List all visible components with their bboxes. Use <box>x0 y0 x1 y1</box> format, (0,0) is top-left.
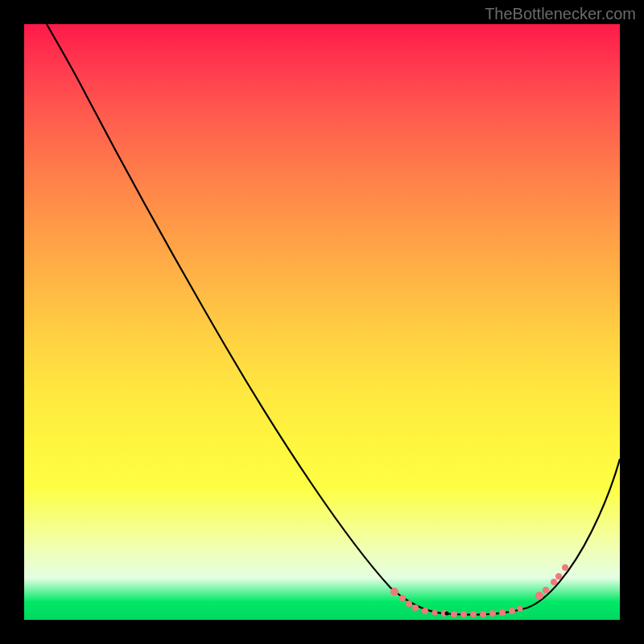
svg-point-18 <box>555 573 562 580</box>
svg-point-12 <box>499 609 506 616</box>
svg-point-10 <box>480 611 486 617</box>
svg-point-8 <box>460 611 467 617</box>
curve-layer <box>24 24 620 620</box>
svg-point-17 <box>551 579 557 585</box>
svg-point-11 <box>489 610 496 617</box>
svg-point-1 <box>399 595 406 601</box>
svg-point-0 <box>390 588 398 596</box>
svg-point-13 <box>509 608 515 614</box>
svg-point-7 <box>451 611 457 617</box>
svg-point-3 <box>412 605 419 611</box>
svg-point-19 <box>562 564 568 571</box>
min-point-marker <box>445 612 449 616</box>
svg-point-15 <box>535 592 543 600</box>
svg-point-16 <box>543 587 549 593</box>
svg-point-14 <box>518 606 523 612</box>
watermark-text: TheBottlenecker.com <box>485 5 636 23</box>
plot-area <box>24 24 620 620</box>
svg-point-2 <box>406 601 412 607</box>
recommended-range-markers <box>390 564 568 617</box>
svg-point-5 <box>432 610 438 616</box>
svg-point-9 <box>470 611 477 617</box>
svg-point-4 <box>422 608 428 614</box>
bottleneck-curve-line <box>47 24 620 615</box>
